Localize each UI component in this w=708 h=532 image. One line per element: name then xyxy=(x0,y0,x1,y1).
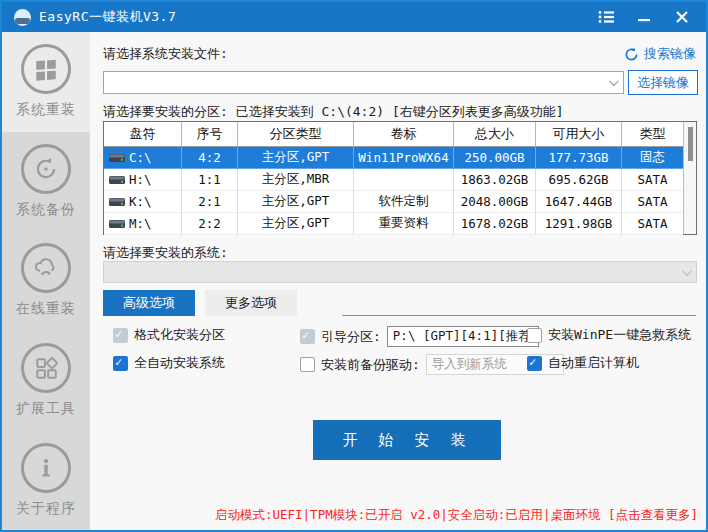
table-row[interactable]: K:\ 2:1 主分区,GPT 软件定制 2048.00GB 1647.44GB… xyxy=(104,191,683,213)
col-header-type[interactable]: 分区类型 xyxy=(238,122,354,147)
app-logo-icon xyxy=(14,9,31,26)
search-image-link[interactable]: 搜索镜像 xyxy=(624,45,696,63)
cell-free: 177.73GB xyxy=(536,147,622,169)
cell-type: 主分区,MBR xyxy=(238,169,354,191)
partition-section-label: 请选择要安装的分区: 已选择安装到 C:\(4:2) [右键分区列表更多高级功能… xyxy=(103,103,564,121)
cell-type: 主分区,GPT xyxy=(238,213,354,235)
cloud-sync-icon xyxy=(21,243,71,293)
option-label: 引导分区: xyxy=(321,328,381,346)
status-bar[interactable]: 启动模式:UEFI|TPM模块:已开启 v2.0|安全启动:已启用|桌面环境 [… xyxy=(215,507,698,524)
tab-advanced-options[interactable]: 高级选项 xyxy=(103,290,195,316)
chevron-down-icon xyxy=(682,266,692,276)
cell-drive: M:\ xyxy=(129,216,152,231)
cell-total: 250.00GB xyxy=(454,147,536,169)
chevron-down-icon xyxy=(609,76,619,86)
sidebar-item-extension-tools[interactable]: 扩展工具 xyxy=(2,331,90,431)
cell-index: 1:1 xyxy=(182,169,238,191)
cell-type: 主分区,GPT xyxy=(238,191,354,213)
cell-media: SATA xyxy=(622,191,683,213)
cell-index: 2:2 xyxy=(182,213,238,235)
cell-index: 2:1 xyxy=(182,191,238,213)
table-header-row: 盘符 序号 分区类型 卷标 总大小 可用大小 类型 xyxy=(104,122,683,147)
system-section-label: 请选择要安装的系统: xyxy=(103,244,228,262)
sidebar-item-label: 系统重装 xyxy=(16,101,76,119)
col-header-free[interactable]: 可用大小 xyxy=(536,122,622,147)
titlebar: EasyRC一键装机V3.7 xyxy=(2,2,706,32)
table-row[interactable]: H:\ 1:1 主分区,MBR 1863.02GB 695.62GB SATA xyxy=(104,169,683,191)
sidebar-item-about[interactable]: 关于程序 xyxy=(2,430,90,530)
sidebar-item-online-reinstall[interactable]: 在线重装 xyxy=(2,231,90,331)
cell-drive: H:\ xyxy=(129,172,152,187)
cell-label xyxy=(354,169,454,191)
checkbox-format-partition[interactable] xyxy=(113,328,128,343)
sidebar-item-system-backup[interactable]: 系统备份 xyxy=(2,132,90,232)
sidebar-item-label: 关于程序 xyxy=(16,500,76,518)
cell-media: SATA xyxy=(622,169,683,191)
cell-type: 主分区,GPT xyxy=(238,147,354,169)
table-row[interactable]: C:\ 4:2 主分区,GPT Win11ProWX64 250.00GB 17… xyxy=(104,147,683,169)
hard-drive-icon xyxy=(109,175,125,185)
tab-underline xyxy=(342,315,696,316)
col-header-index[interactable]: 序号 xyxy=(182,122,238,147)
restore-arrow-icon xyxy=(21,144,71,194)
cell-label: Win11ProWX64 xyxy=(354,147,454,169)
option-label: 安装WinPE一键急救系统 xyxy=(548,326,691,344)
option-label: 自动重启计算机 xyxy=(548,354,639,372)
boot-partition-select[interactable]: P:\ [GPT][4:1][推荐] xyxy=(387,326,539,347)
close-icon[interactable] xyxy=(674,9,690,25)
apps-grid-icon xyxy=(21,343,71,393)
install-file-combobox[interactable] xyxy=(103,71,624,94)
select-image-button[interactable]: 选择镜像 xyxy=(628,70,698,95)
col-header-total[interactable]: 总大小 xyxy=(454,122,536,147)
checkbox-auto-install[interactable] xyxy=(113,356,128,371)
cell-free: 1647.44GB xyxy=(536,191,622,213)
table-row[interactable]: M:\ 2:2 主分区,GPT 重要资料 1678.02GB 1291.98GB… xyxy=(104,213,683,235)
search-image-label: 搜索镜像 xyxy=(644,45,696,63)
cell-media: SATA xyxy=(622,213,683,235)
option-boot-partition[interactable]: 引导分区: P:\ [GPT][4:1][推荐] xyxy=(300,326,539,347)
install-file-label: 请选择系统安装文件: xyxy=(103,45,228,63)
cell-media: 固态 xyxy=(622,147,683,169)
checkbox-auto-restart[interactable] xyxy=(527,356,542,371)
cell-label: 软件定制 xyxy=(354,191,454,213)
cell-label: 重要资料 xyxy=(354,213,454,235)
sidebar-item-label: 系统备份 xyxy=(16,201,76,219)
option-winpe[interactable]: 安装WinPE一键急救系统 xyxy=(527,326,691,344)
table-scrollbar[interactable] xyxy=(683,122,696,234)
checkbox-backup-driver[interactable] xyxy=(300,357,315,372)
cell-drive: C:\ xyxy=(129,150,152,165)
hard-drive-icon xyxy=(109,197,125,207)
sidebar-item-system-reinstall[interactable]: 系统重装 xyxy=(2,32,90,132)
col-header-label[interactable]: 卷标 xyxy=(354,122,454,147)
checkbox-boot-partition[interactable] xyxy=(300,329,315,344)
option-label: 格式化安装分区 xyxy=(134,326,225,344)
system-combobox[interactable] xyxy=(103,261,697,283)
cell-index: 4:2 xyxy=(182,147,238,169)
hard-drive-icon xyxy=(109,153,125,163)
option-label: 安装前备份驱动: xyxy=(321,356,420,374)
info-icon xyxy=(21,443,71,493)
menu-list-icon[interactable] xyxy=(598,9,614,25)
backup-driver-value: 导入到新系统 xyxy=(432,356,507,373)
minimize-icon[interactable] xyxy=(636,9,652,25)
cell-free: 1291.98GB xyxy=(536,213,622,235)
cell-drive: K:\ xyxy=(129,194,152,209)
tab-more-options[interactable]: 更多选项 xyxy=(205,290,297,316)
start-install-button[interactable]: 开 始 安 装 xyxy=(313,420,501,460)
col-header-drive[interactable]: 盘符 xyxy=(104,122,182,147)
partition-table: 盘符 序号 分区类型 卷标 总大小 可用大小 类型 C:\ 4:2 主分区,GP… xyxy=(103,121,697,235)
boot-partition-value: P:\ [GPT][4:1][推荐] xyxy=(393,328,538,345)
option-label: 全自动安装系统 xyxy=(134,354,225,372)
sidebar-item-label: 在线重装 xyxy=(16,300,76,318)
main-panel: 请选择系统安装文件: 搜索镜像 选择镜像 请选择要安装的分区: 已选择安装到 C… xyxy=(90,32,706,530)
col-header-media[interactable]: 类型 xyxy=(622,122,683,147)
option-auto-install[interactable]: 全自动安装系统 xyxy=(113,354,225,372)
scrollbar-thumb[interactable] xyxy=(688,127,693,161)
option-backup-driver[interactable]: 安装前备份驱动: 导入到新系统 xyxy=(300,354,564,375)
checkbox-winpe[interactable] xyxy=(527,328,542,343)
option-auto-restart[interactable]: 自动重启计算机 xyxy=(527,354,639,372)
cell-total: 1678.02GB xyxy=(454,213,536,235)
option-format-partition[interactable]: 格式化安装分区 xyxy=(113,326,225,344)
cell-total: 1863.02GB xyxy=(454,169,536,191)
hard-drive-icon xyxy=(109,219,125,229)
